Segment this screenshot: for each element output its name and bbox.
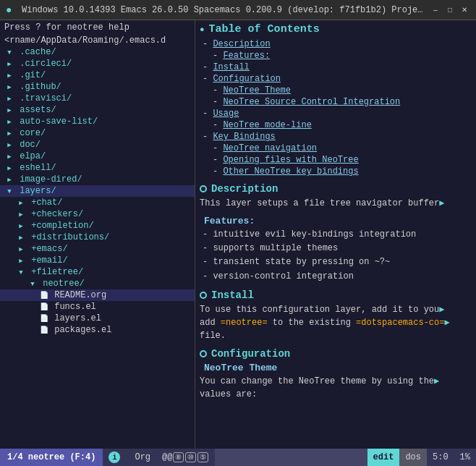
configuration-bullet-icon bbox=[200, 350, 207, 357]
features-heading: Features: bbox=[200, 216, 472, 226]
tree-item[interactable]: 📄 funcs.el bbox=[0, 301, 195, 313]
feature-item: - intuitive evil key-bindings integratio… bbox=[203, 228, 472, 242]
tree-item[interactable]: ▼ layers/ bbox=[0, 185, 195, 197]
vc-icon: ⑧ bbox=[173, 452, 184, 462]
features-section: Features: - intuitive evil key-bindings … bbox=[200, 216, 472, 284]
toc-item: - Configuration bbox=[200, 73, 472, 85]
toc-item: - NeoTree mode-line bbox=[200, 119, 472, 131]
neotree-sidebar[interactable]: Press ? for neotree help <rname/AppData/… bbox=[0, 20, 195, 449]
status-controls: @@ ⑧ ⑩ ⑤ bbox=[156, 449, 215, 466]
description-section: Description This layer setups a file tre… bbox=[200, 183, 472, 210]
vs-icon: ⑤ bbox=[197, 452, 208, 462]
tree-item[interactable]: ▶ eshell/ bbox=[0, 162, 195, 174]
description-body: This layer setups a file tree navigator … bbox=[200, 197, 472, 210]
description-bullet-icon bbox=[200, 185, 207, 192]
tree-item[interactable]: ▶ +email/ bbox=[0, 255, 195, 266]
toc-item: - NeoTree Source Control Integration bbox=[200, 96, 472, 108]
percent-indicator: 1% bbox=[454, 449, 476, 466]
toc-item: - Install bbox=[200, 62, 472, 73]
feature-item: - supports multiple themes bbox=[203, 242, 472, 255]
feature-item: - transient state by pressing on ~?~ bbox=[203, 255, 472, 269]
tree-item[interactable]: ▶ auto-save-list/ bbox=[0, 116, 195, 127]
status-right: edit dos 5:0 1% bbox=[367, 449, 476, 466]
minimize-button[interactable]: – bbox=[430, 4, 441, 16]
tree-item[interactable]: ▶ +chat/ bbox=[0, 197, 195, 208]
toc-item: - Opening files with NeoTree bbox=[200, 154, 472, 166]
neotree-theme-heading: NeoTree Theme bbox=[200, 363, 472, 373]
toc-item: - Features: bbox=[200, 50, 472, 62]
toc-item: - Usage bbox=[200, 108, 472, 119]
main-area: Press ? for neotree help <rname/AppData/… bbox=[0, 20, 476, 449]
features-list: - intuitive evil key-bindings integratio… bbox=[203, 228, 472, 284]
configuration-heading: Configuration bbox=[200, 348, 472, 360]
tree-item[interactable]: 📄 README.org bbox=[0, 289, 195, 301]
status-info-icon-segment: i bbox=[103, 449, 129, 466]
toc-bullet-icon: ● bbox=[200, 25, 205, 34]
tree-item[interactable]: 📄 packages.el bbox=[0, 324, 195, 336]
install-heading: Install bbox=[200, 289, 472, 301]
close-button[interactable]: ✕ bbox=[459, 4, 470, 16]
neotree-path: <rname/AppData/Roaming/.emacs.d bbox=[0, 35, 195, 46]
toc-list: - Description - Features:- Install- Conf… bbox=[200, 38, 472, 177]
tree-item[interactable]: ▶ .github/ bbox=[0, 81, 195, 93]
toc-item: - Description bbox=[200, 38, 472, 50]
info-icon: i bbox=[109, 452, 120, 463]
edit-mode-label: edit bbox=[367, 449, 400, 466]
tree-item[interactable]: 📄 layers.el bbox=[0, 313, 195, 324]
tree-item[interactable]: ▶ assets/ bbox=[0, 104, 195, 116]
toc-item: - NeoTree navigation bbox=[200, 143, 472, 154]
tree-item[interactable]: ▶ core/ bbox=[0, 127, 195, 139]
tree-item[interactable]: ▶ elpa/ bbox=[0, 151, 195, 162]
at-icon: @@ bbox=[162, 452, 172, 462]
toc-item: - NeoTree Theme bbox=[200, 85, 472, 96]
tree-item[interactable]: ▶ image-dired/ bbox=[0, 174, 195, 185]
description-heading: Description bbox=[200, 183, 472, 195]
tree-item[interactable]: ▶ +emacs/ bbox=[0, 243, 195, 255]
content-pane[interactable]: ● Table of Contents - Description - Feat… bbox=[195, 20, 476, 449]
install-bullet-icon bbox=[200, 292, 207, 299]
configuration-body: You can change the NeoTree theme by usin… bbox=[200, 375, 472, 401]
configuration-section: Configuration NeoTree Theme You can chan… bbox=[200, 348, 472, 401]
tree-item[interactable]: ▶ doc/ bbox=[0, 139, 195, 151]
title-text: Windows 10.0.14393 Emacs 26.0.50 Spacema… bbox=[22, 5, 424, 15]
tree-item[interactable]: ▶ +completion/ bbox=[0, 220, 195, 232]
install-body: To use this configuration layer, add it … bbox=[200, 303, 472, 342]
line-col-indicator: 5:0 bbox=[427, 449, 454, 466]
tree-item[interactable]: ▶ .git/ bbox=[0, 69, 195, 81]
toc-item: - Other NeoTree key bindings bbox=[200, 166, 472, 177]
install-section: Install To use this configuration layer,… bbox=[200, 289, 472, 342]
tree-item[interactable]: ▼ neotree/ bbox=[0, 278, 195, 289]
tree-item[interactable]: ▶ +distributions/ bbox=[0, 232, 195, 243]
toc-section: ● Table of Contents - Description - Feat… bbox=[200, 23, 472, 177]
status-position: 1/4 neotree (F:4) bbox=[0, 449, 103, 466]
toc-item: - Key Bindings bbox=[200, 131, 472, 143]
dos-label: dos bbox=[399, 449, 427, 466]
tree-item[interactable]: ▼ .cache/ bbox=[0, 46, 195, 58]
status-org-label: Org bbox=[129, 449, 156, 466]
vk-icon: ⑩ bbox=[185, 452, 196, 462]
tree-item[interactable]: ▶ .circleci/ bbox=[0, 58, 195, 69]
neotree-help-header: Press ? for neotree help bbox=[0, 20, 195, 35]
tree-item[interactable]: ▼ +filetree/ bbox=[0, 266, 195, 278]
app-icon: ● bbox=[6, 4, 17, 16]
maximize-button[interactable]: □ bbox=[444, 4, 456, 16]
title-bar: ● Windows 10.0.14393 Emacs 26.0.50 Space… bbox=[0, 0, 476, 20]
tree-item[interactable]: ▶ .travisci/ bbox=[0, 93, 195, 104]
toc-heading: ● Table of Contents bbox=[200, 23, 472, 35]
tree-item[interactable]: ▶ +checkers/ bbox=[0, 208, 195, 220]
feature-item: - version-control integration bbox=[203, 270, 472, 284]
statusbar: 1/4 neotree (F:4) i Org @@ ⑧ ⑩ ⑤ edit do… bbox=[0, 449, 476, 466]
